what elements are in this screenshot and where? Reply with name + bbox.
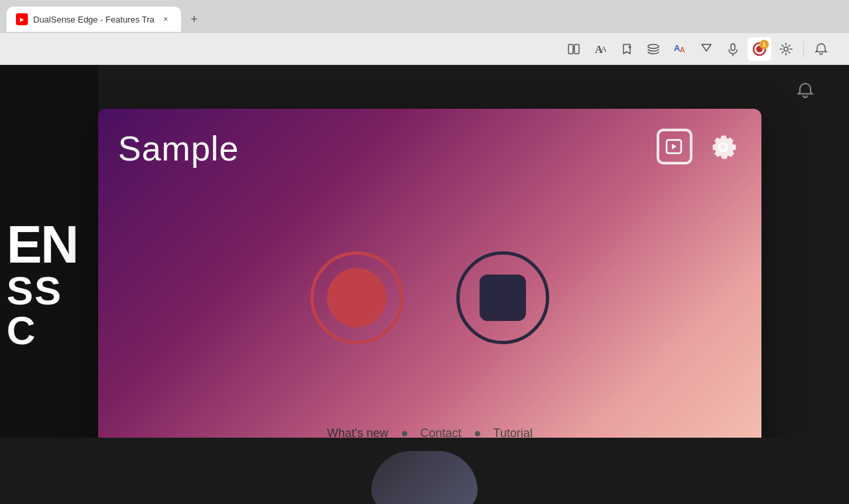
record-button[interactable] bbox=[310, 251, 403, 344]
page: DualSense Edge - Features Tra × + A A bbox=[0, 0, 849, 504]
svg-text:A: A bbox=[601, 44, 607, 54]
record-button-inner bbox=[327, 268, 387, 328]
new-tab-button[interactable]: + bbox=[184, 9, 205, 30]
browser-chrome: DualSense Edge - Features Tra × + A A bbox=[0, 0, 849, 65]
mouse-image bbox=[371, 451, 478, 504]
left-text-line1: EN bbox=[7, 218, 98, 271]
pocket-icon[interactable] bbox=[694, 37, 718, 61]
left-text-line2: SS C bbox=[7, 271, 98, 351]
gear-icon-inner bbox=[705, 129, 741, 165]
right-bell-icon[interactable] bbox=[793, 78, 817, 102]
popup-overlay: Sample bbox=[98, 109, 761, 460]
browser-toolbar: A A A bbox=[0, 33, 849, 65]
translate-icon[interactable]: A A bbox=[668, 37, 692, 61]
font-icon[interactable]: A A bbox=[588, 37, 612, 61]
media-library-icon[interactable] bbox=[657, 129, 694, 166]
media-library-icon-inner bbox=[657, 129, 692, 164]
extensions-icon[interactable] bbox=[774, 37, 798, 61]
tab-bar: DualSense Edge - Features Tra × + bbox=[0, 0, 849, 33]
stop-button[interactable] bbox=[456, 251, 549, 344]
popup-title: Sample bbox=[118, 129, 239, 168]
notification-badge: 1 bbox=[759, 40, 769, 49]
bell-icon[interactable] bbox=[809, 37, 833, 61]
popup-footer: What's new Contact Tutorial bbox=[118, 413, 742, 440]
bookmark-add-icon[interactable] bbox=[615, 37, 639, 61]
bottom-area bbox=[0, 438, 849, 504]
active-tab[interactable]: DualSense Edge - Features Tra × bbox=[7, 7, 181, 32]
tab-favicon bbox=[16, 13, 28, 25]
record-extension-icon[interactable]: 1 bbox=[748, 37, 771, 61]
settings-icon[interactable] bbox=[704, 129, 742, 166]
tab-close-button[interactable]: × bbox=[160, 13, 172, 25]
microphone-icon[interactable] bbox=[721, 37, 745, 61]
svg-rect-0 bbox=[568, 44, 573, 54]
popup-header-icons bbox=[657, 129, 742, 166]
svg-point-8 bbox=[648, 44, 659, 48]
svg-point-15 bbox=[784, 47, 788, 51]
footer-dot-2 bbox=[475, 431, 480, 436]
svg-rect-11 bbox=[731, 44, 735, 50]
controls-area bbox=[118, 182, 742, 413]
popup-header: Sample bbox=[118, 129, 742, 168]
footer-dot-1 bbox=[402, 431, 407, 436]
svg-text:A: A bbox=[680, 46, 685, 54]
split-view-icon[interactable] bbox=[562, 37, 586, 61]
svg-rect-1 bbox=[574, 44, 579, 54]
layers-icon[interactable] bbox=[641, 37, 665, 61]
toolbar-divider bbox=[803, 41, 804, 57]
stop-button-inner bbox=[480, 275, 526, 321]
tab-title: DualSense Edge - Features Tra bbox=[33, 15, 155, 25]
